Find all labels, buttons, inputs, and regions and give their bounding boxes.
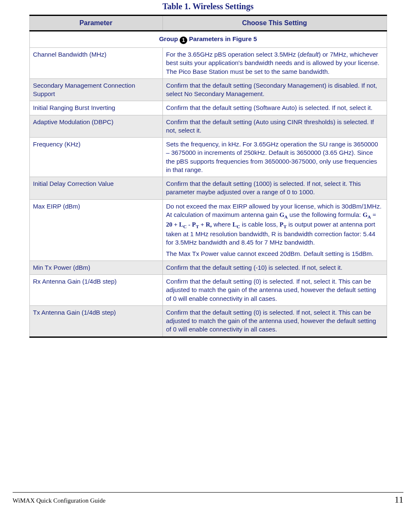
param-cell: Tx Antenna Gain (1/4dB step) [29, 305, 162, 337]
group-number-icon: 1 [180, 37, 187, 44]
param-cell: Initial Delay Correction Value [29, 177, 162, 200]
text: For the 3.65GHz pBS operation select 3.5… [166, 51, 300, 58]
setting-cell: Confirm that the default setting (0) is … [162, 305, 387, 337]
param-cell: Rx Antenna Gain (1/4dB step) [29, 275, 162, 306]
param-cell: Frequency (KHz) [29, 138, 162, 177]
header-setting: Choose This Setting [162, 16, 387, 31]
footer-guide-title: WiMAX Quick Configuration Guide [13, 497, 105, 504]
table-row: Initial Delay Correction Value Confirm t… [29, 177, 387, 200]
lc-symbol: LC [233, 221, 240, 228]
setting-cell: Confirm that the default setting (Softwa… [162, 101, 387, 115]
table-row: Max EIRP (dBm) Do not exceed the max EIR… [29, 199, 387, 261]
setting-cell: Confirm that the default setting (-10) i… [162, 261, 387, 274]
table-row: Rx Antenna Gain (1/4dB step) Confirm tha… [29, 275, 387, 306]
param-cell: Secondary Management Connection Support [29, 78, 162, 101]
text: use the following formula: [288, 211, 362, 218]
default-word: default [300, 51, 319, 58]
text: is cable loss, [240, 221, 280, 228]
table-row: Frequency (KHz) Sets the frequency, in k… [29, 138, 387, 177]
group-prefix: Group [159, 35, 178, 42]
param-cell: Adaptive Modulation (DBPC) [29, 115, 162, 138]
setting-cell: Confirm that the default setting (Second… [162, 78, 387, 101]
param-cell: Min Tx Power (dBm) [29, 261, 162, 274]
table-row: Channel Bandwidth (MHz) For the 3.65GHz … [29, 48, 387, 79]
setting-cell: For the 3.65GHz pBS operation select 3.5… [162, 48, 387, 79]
param-cell: Max EIRP (dBm) [29, 199, 162, 261]
param-cell: Initial Ranging Burst Inverting [29, 101, 162, 115]
setting-cell: Sets the frequency, in kHz. For 3.65GHz … [162, 138, 387, 177]
header-parameter: Parameter [29, 16, 162, 31]
setting-cell: Confirm that the default setting (1000) … [162, 177, 387, 200]
setting-cell: Confirm that the default setting (Auto u… [162, 115, 387, 138]
footer-page-number: 11 [395, 494, 403, 505]
page-footer: WiMAX Quick Configuration Guide 11 [13, 492, 403, 505]
text: where [212, 221, 233, 228]
table-row: Adaptive Modulation (DBPC) Confirm that … [29, 115, 387, 138]
setting-cell: Confirm that the default setting (0) is … [162, 275, 387, 306]
ga-symbol: GA [280, 211, 288, 218]
group-header: Group 1 Parameters in Figure 5 [29, 31, 387, 48]
table-row: Tx Antenna Gain (1/4dB step) Confirm tha… [29, 305, 387, 337]
param-cell: Channel Bandwidth (MHz) [29, 48, 162, 79]
text: The Max Tx Power value cannot exceed 20d… [166, 250, 374, 257]
group-suffix: Parameters in Figure 5 [189, 35, 257, 42]
wireless-settings-table: Parameter Choose This Setting Group 1 Pa… [29, 15, 387, 338]
table-row: Initial Ranging Burst Inverting Confirm … [29, 101, 387, 115]
pt-symbol: PT [280, 221, 287, 228]
table-row: Min Tx Power (dBm) Confirm that the defa… [29, 261, 387, 274]
table-caption: Table 1. Wireless Settings [13, 2, 403, 11]
setting-cell: Do not exceed the max EIRP allowed by yo… [162, 199, 387, 261]
table-row: Secondary Management Connection Support … [29, 78, 387, 101]
